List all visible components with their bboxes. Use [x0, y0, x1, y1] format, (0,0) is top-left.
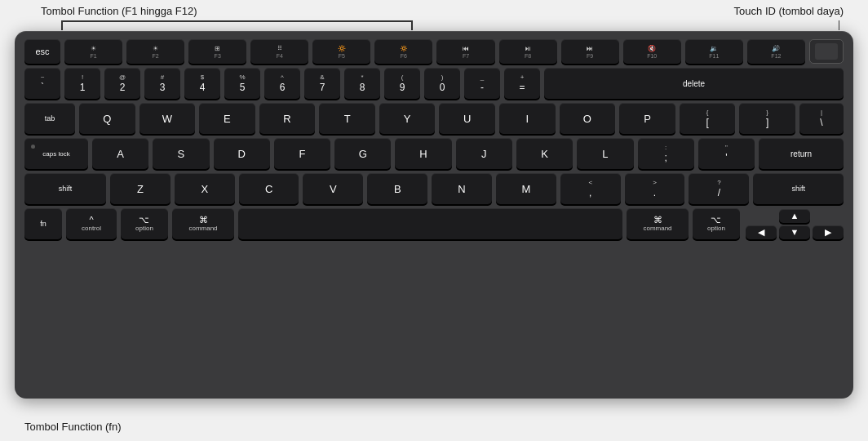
- key-0[interactable]: ) 0: [424, 68, 460, 99]
- key-arrow-right[interactable]: ▶: [813, 225, 844, 239]
- key-a-label: A: [117, 149, 124, 159]
- key-command-right[interactable]: ⌘ command: [627, 208, 689, 239]
- key-delete[interactable]: delete: [544, 68, 844, 99]
- key-w[interactable]: W: [140, 103, 196, 134]
- key-tab[interactable]: tab: [24, 103, 75, 134]
- key-7[interactable]: & 7: [304, 68, 340, 99]
- key-command-left[interactable]: ⌘ command: [172, 208, 234, 239]
- key-6[interactable]: ^ 6: [264, 68, 300, 99]
- key-p[interactable]: P: [619, 103, 675, 134]
- key-f8-icon: ⏯: [525, 45, 531, 52]
- key-f11[interactable]: 🔉 F11: [685, 39, 743, 64]
- key-h[interactable]: H: [395, 138, 451, 169]
- key-shift-left[interactable]: shift: [24, 173, 106, 204]
- key-esc[interactable]: esc: [24, 39, 60, 64]
- key-i[interactable]: I: [499, 103, 556, 134]
- key-option-left[interactable]: ⌥ option: [121, 208, 168, 239]
- key-e[interactable]: E: [199, 103, 255, 134]
- key-f2[interactable]: ☀ F2: [126, 39, 184, 64]
- key-slash[interactable]: ?/: [689, 173, 749, 204]
- key-f10[interactable]: 🔇 F10: [623, 39, 681, 64]
- key-arrow-up[interactable]: ▲: [779, 209, 810, 223]
- key-t[interactable]: T: [319, 103, 375, 134]
- key-m[interactable]: M: [496, 173, 556, 204]
- key-backtick-label: `: [41, 82, 44, 93]
- key-f10-label: F10: [647, 53, 657, 59]
- key-comma[interactable]: <,: [560, 173, 621, 204]
- key-b[interactable]: B: [367, 173, 427, 204]
- key-1[interactable]: ! 1: [64, 68, 100, 99]
- key-u[interactable]: U: [439, 103, 495, 134]
- key-w-label: W: [162, 114, 172, 124]
- key-v[interactable]: V: [303, 173, 363, 204]
- key-5[interactable]: % 5: [224, 68, 260, 99]
- key-f7[interactable]: ⏮ F7: [436, 39, 494, 64]
- key-n[interactable]: N: [432, 173, 492, 204]
- key-backslash-label: \: [820, 117, 822, 128]
- key-f4[interactable]: ⠿ F4: [250, 39, 308, 64]
- key-gt-label: >: [653, 179, 657, 186]
- key-9[interactable]: ( 9: [384, 68, 420, 99]
- key-f5[interactable]: 🔆 F5: [312, 39, 370, 64]
- key-a[interactable]: A: [92, 138, 148, 169]
- key-f1[interactable]: ☀ F1: [64, 39, 122, 64]
- key-f10-icon: 🔇: [648, 45, 656, 52]
- key-f12[interactable]: 🔊 F12: [747, 39, 805, 64]
- key-period[interactable]: >.: [625, 173, 685, 204]
- key-minus[interactable]: _ -: [464, 68, 500, 99]
- key-semicolon[interactable]: :;: [638, 138, 694, 169]
- key-option-right[interactable]: ⌥ option: [693, 208, 740, 239]
- key-o[interactable]: O: [560, 103, 616, 134]
- key-2[interactable]: @ 2: [104, 68, 140, 99]
- key-f6[interactable]: 🔅 F6: [374, 39, 432, 64]
- key-return[interactable]: return: [759, 138, 844, 169]
- caps-lock-indicator: [31, 145, 35, 149]
- key-s[interactable]: S: [153, 138, 209, 169]
- key-m-label: M: [521, 184, 530, 194]
- key-equals[interactable]: + =: [504, 68, 540, 99]
- key-x-label: X: [201, 184, 208, 194]
- key-y[interactable]: Y: [379, 103, 436, 134]
- key-fn[interactable]: fn: [24, 208, 62, 239]
- key-f12-label: F12: [771, 53, 781, 59]
- key-space[interactable]: [238, 208, 622, 239]
- key-l[interactable]: L: [577, 138, 633, 169]
- key-caps-lock[interactable]: caps lock: [24, 138, 88, 169]
- key-control[interactable]: ^ control: [66, 208, 117, 239]
- key-g[interactable]: G: [334, 138, 391, 169]
- key-f9[interactable]: ⏭ F9: [561, 39, 619, 64]
- key-4[interactable]: $ 4: [184, 68, 220, 99]
- key-f[interactable]: F: [274, 138, 330, 169]
- key-caret-label: ^: [281, 74, 284, 81]
- key-arrow-down[interactable]: ▼: [779, 225, 810, 239]
- key-f3[interactable]: ⊞ F3: [188, 39, 246, 64]
- key-2-label: 2: [120, 82, 126, 93]
- key-backtick[interactable]: ~ `: [24, 68, 60, 99]
- key-8-label: 8: [360, 82, 365, 93]
- key-j[interactable]: J: [456, 138, 512, 169]
- key-c[interactable]: C: [239, 173, 299, 204]
- key-8[interactable]: * 8: [344, 68, 380, 99]
- key-k[interactable]: K: [516, 138, 573, 169]
- key-o-label: O: [583, 114, 591, 124]
- key-shift-right[interactable]: shift: [753, 173, 844, 204]
- key-period-label: .: [653, 187, 656, 198]
- key-f8[interactable]: ⏯ F8: [499, 39, 557, 64]
- key-option-left-label: option: [135, 225, 153, 232]
- key-rcurly-label: }: [766, 109, 768, 116]
- key-control-label: control: [82, 225, 101, 232]
- key-arrow-left[interactable]: ◀: [746, 225, 777, 239]
- key-lbracket[interactable]: {[: [680, 103, 736, 134]
- key-3[interactable]: # 3: [144, 68, 180, 99]
- key-touch-id[interactable]: [809, 39, 844, 64]
- key-d[interactable]: D: [214, 138, 270, 169]
- key-z[interactable]: Z: [110, 173, 170, 204]
- key-r[interactable]: R: [259, 103, 316, 134]
- key-q[interactable]: Q: [79, 103, 135, 134]
- key-rbracket[interactable]: }]: [739, 103, 795, 134]
- key-x[interactable]: X: [175, 173, 235, 204]
- key-backslash[interactable]: |\: [799, 103, 844, 134]
- key-command-left-icon: ⌘: [199, 216, 208, 225]
- key-quote[interactable]: "': [698, 138, 755, 169]
- key-percent-label: %: [239, 74, 245, 81]
